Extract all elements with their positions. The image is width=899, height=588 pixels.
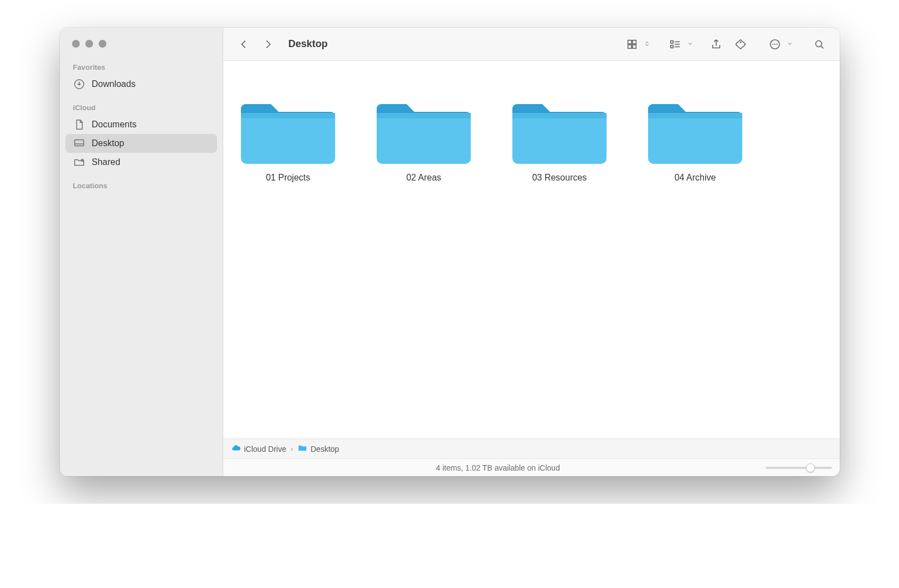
svg-rect-5 [628,44,631,48]
status-bar: 4 items, 1.02 TB available on iCloud [223,458,840,476]
svg-rect-21 [648,113,742,164]
folder-item[interactable]: 02 Areas [370,89,478,183]
svg-rect-22 [648,113,742,118]
folder-item[interactable]: 04 Archive [641,89,749,183]
back-button[interactable] [234,35,253,54]
svg-rect-6 [632,44,635,48]
view-mode-button[interactable] [623,35,650,54]
chevron-right-icon: › [291,445,293,453]
path-bar: iCloud Drive › Desktop [223,439,840,458]
svg-rect-16 [241,113,335,118]
forward-button[interactable] [259,35,278,54]
svg-rect-20 [512,113,607,118]
folder-name: 03 Resources [506,173,614,183]
sidebar-section-icloud: iCloud Documents Desktop Shared [60,104,223,182]
svg-point-13 [776,43,777,44]
sidebar-section-favorites: Favorites Downloads [60,63,223,104]
svg-rect-1 [74,140,84,146]
desktop-icon [73,137,85,149]
svg-rect-4 [632,40,635,43]
tags-button[interactable] [731,35,750,54]
folder-name: 01 Projects [234,173,342,183]
folder-name: 04 Archive [641,173,749,183]
main-pane: Desktop [223,28,840,476]
svg-rect-3 [628,40,631,43]
toolbar: Desktop [223,28,840,61]
share-button[interactable] [707,35,726,54]
chevron-down-icon [787,39,793,49]
svg-rect-15 [241,113,335,164]
folder-icon [377,89,471,166]
svg-point-11 [772,43,773,44]
more-actions-icon [766,35,784,54]
svg-point-12 [774,43,775,44]
file-grid[interactable]: 01 Projects 02 Areas 03 Resources 04 Arc… [223,61,840,439]
zoom-window[interactable] [99,40,106,48]
svg-rect-18 [377,113,471,118]
chevron-updown-icon [644,39,650,49]
svg-rect-19 [512,113,607,164]
sidebar-item-shared[interactable]: Shared [65,153,217,172]
sidebar-item-desktop[interactable]: Desktop [65,134,217,153]
grid-icon [623,35,641,54]
svg-point-9 [739,41,741,43]
svg-rect-8 [670,45,673,48]
download-circle-icon [73,78,85,90]
sidebar-item-downloads[interactable]: Downloads [65,75,217,94]
icloud-icon [231,443,241,455]
icon-size-slider[interactable] [766,467,832,469]
sidebar-item-label: Shared [92,157,121,167]
sidebar-heading: iCloud [65,104,217,115]
folder-item[interactable]: 03 Resources [506,89,614,183]
svg-point-2 [81,159,83,162]
finder-window: Favorites Downloads iCloud Documents [60,28,840,476]
breadcrumb-root[interactable]: iCloud Drive [231,443,286,455]
window-controls [60,40,223,63]
breadcrumb-label: iCloud Drive [244,445,286,453]
chevron-down-icon [687,39,693,49]
folder-item[interactable]: 01 Projects [234,89,342,183]
document-icon [73,118,85,131]
shared-folder-icon [73,156,85,168]
group-icon [666,35,685,54]
breadcrumb-current[interactable]: Desktop [297,444,339,453]
sidebar-section-locations: Locations [60,182,223,203]
sidebar-item-label: Desktop [92,138,125,148]
folder-icon [241,89,335,166]
minimize-window[interactable] [85,40,93,48]
close-window[interactable] [72,40,80,48]
sidebar: Favorites Downloads iCloud Documents [60,28,223,476]
actions-button[interactable] [766,35,793,54]
sidebar-item-label: Documents [92,120,137,130]
svg-rect-7 [670,40,673,43]
folder-name: 02 Areas [370,173,478,183]
sidebar-item-documents[interactable]: Documents [65,115,217,134]
folder-icon [297,444,307,453]
search-button[interactable] [810,35,829,54]
sidebar-item-label: Downloads [92,79,136,89]
breadcrumb-label: Desktop [311,445,339,453]
folder-icon [512,89,607,166]
folder-icon [648,89,742,166]
group-by-button[interactable] [666,35,693,54]
sidebar-heading: Locations [65,182,217,193]
window-title: Desktop [289,38,328,50]
sidebar-heading: Favorites [65,63,217,75]
status-text: 4 items, 1.02 TB available on iCloud [231,463,766,472]
svg-rect-17 [377,113,471,164]
svg-point-14 [815,40,821,47]
